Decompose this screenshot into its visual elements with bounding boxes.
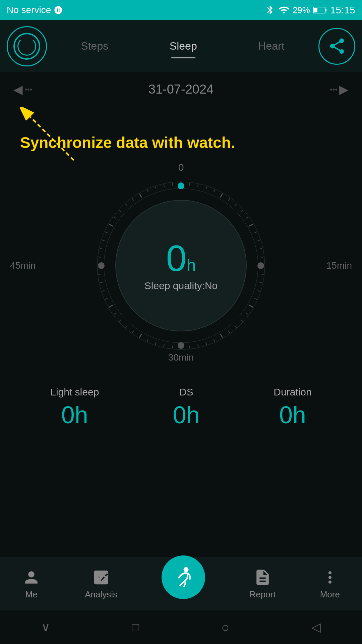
svg-line-44 [132, 331, 134, 333]
svg-line-30 [241, 320, 243, 321]
sleep-center: 0h Sleep quality:No [144, 240, 218, 291]
current-date: 31-07-2024 [46, 82, 316, 97]
sleep-quality-text: Sleep quality:No [144, 280, 218, 291]
svg-line-47 [114, 313, 116, 315]
nav-down[interactable]: ∨ [41, 620, 50, 634]
app-logo[interactable] [7, 26, 47, 66]
svg-line-67 [172, 183, 173, 185]
svg-line-20 [257, 240, 260, 240]
svg-line-64 [147, 190, 148, 192]
svg-line-10 [198, 184, 198, 187]
sleep-dial-container: 0 45min 15min 30min // Will be done via … [0, 162, 362, 370]
duration-value: 0h [274, 401, 311, 429]
signal-icon [54, 5, 63, 15]
svg-line-40 [164, 344, 164, 347]
nav-back[interactable]: ◁ [311, 620, 321, 634]
stat-light-sleep: Light sleep 0h [50, 386, 99, 429]
svg-line-52 [98, 274, 101, 274]
svg-line-17 [246, 217, 248, 218]
bluetooth-icon [265, 5, 275, 15]
svg-line-46 [119, 320, 121, 321]
svg-line-60 [119, 210, 121, 212]
svg-line-43 [139, 334, 142, 338]
svg-line-31 [235, 325, 237, 327]
svg-rect-2 [314, 8, 317, 12]
svg-rect-1 [325, 9, 326, 11]
sync-area: Synchronize data with watch. [0, 103, 362, 155]
analysis-label: Analysis [85, 589, 117, 600]
svg-line-32 [228, 331, 230, 333]
nav-report[interactable]: Report [249, 568, 276, 600]
svg-line-26 [257, 290, 260, 291]
share-button[interactable] [318, 28, 355, 65]
svg-line-63 [139, 194, 142, 197]
svg-line-19 [254, 232, 257, 233]
sleep-hours-display: 0h [144, 240, 218, 277]
report-label: Report [249, 589, 276, 600]
svg-line-54 [98, 257, 101, 257]
ds-value: 0h [173, 401, 200, 429]
share-icon [328, 37, 346, 55]
svg-line-21 [260, 248, 262, 249]
svg-line-51 [100, 282, 102, 283]
home-center-icon [171, 565, 196, 590]
svg-line-59 [114, 217, 116, 218]
dial-label-right: 15min [326, 260, 352, 271]
svg-line-48 [109, 305, 113, 308]
stats-row: Light sleep 0h DS 0h Duration 0h [0, 376, 362, 439]
wifi-icon [279, 5, 289, 15]
svg-line-33 [221, 334, 223, 338]
svg-line-49 [105, 299, 107, 300]
svg-line-61 [125, 204, 127, 206]
svg-line-66 [164, 184, 164, 187]
nav-analysis[interactable]: Analysis [85, 568, 117, 600]
duration-label: Duration [274, 386, 311, 398]
nav-home-center[interactable] [162, 555, 205, 599]
prev-date-button[interactable]: ◀ ••• [13, 83, 32, 97]
svg-line-58 [109, 224, 113, 226]
svg-line-13 [221, 194, 223, 197]
sync-arrow [20, 107, 80, 168]
svg-line-57 [105, 232, 107, 233]
svg-point-70 [98, 262, 105, 269]
tab-items: Steps Sleep Heart [47, 37, 318, 56]
nav-home[interactable]: ○ [221, 620, 229, 635]
more-label: More [320, 589, 340, 600]
nav-more[interactable]: More [320, 568, 340, 600]
more-icon [321, 568, 339, 587]
analysis-icon [92, 568, 110, 587]
tab-bar: Steps Sleep Heart [0, 20, 362, 72]
svg-line-45 [125, 325, 127, 327]
stat-duration: Duration 0h [274, 386, 311, 429]
nav-me[interactable]: Me [22, 568, 41, 600]
svg-line-39 [172, 346, 173, 348]
stat-ds: DS 0h [173, 386, 200, 429]
next-date-button[interactable]: ••• ▶ [330, 83, 349, 97]
svg-line-24 [261, 274, 264, 274]
svg-point-69 [178, 182, 184, 189]
tab-steps[interactable]: Steps [74, 37, 115, 56]
no-service-text: No service [7, 5, 51, 15]
battery-icon [313, 6, 327, 14]
svg-line-4 [30, 117, 74, 160]
svg-line-42 [147, 339, 148, 341]
nav-recent[interactable]: □ [132, 620, 139, 634]
tab-heart[interactable]: Heart [251, 37, 291, 56]
svg-point-71 [257, 262, 264, 269]
svg-line-28 [249, 305, 253, 308]
svg-line-65 [155, 186, 156, 189]
me-icon [22, 568, 41, 587]
svg-line-18 [249, 224, 253, 226]
ds-label: DS [173, 386, 200, 398]
svg-line-9 [189, 183, 190, 185]
svg-line-50 [102, 290, 105, 291]
date-navigation: ◀ ••• 31-07-2024 ••• ▶ [0, 75, 362, 103]
tab-sleep[interactable]: Sleep [163, 37, 204, 56]
svg-line-37 [189, 346, 190, 348]
svg-point-72 [178, 342, 184, 349]
svg-line-25 [260, 282, 262, 283]
battery-text: 29% [293, 5, 310, 15]
status-right: 29% 15:15 [265, 4, 355, 16]
svg-line-14 [228, 198, 230, 200]
svg-line-29 [246, 313, 248, 315]
